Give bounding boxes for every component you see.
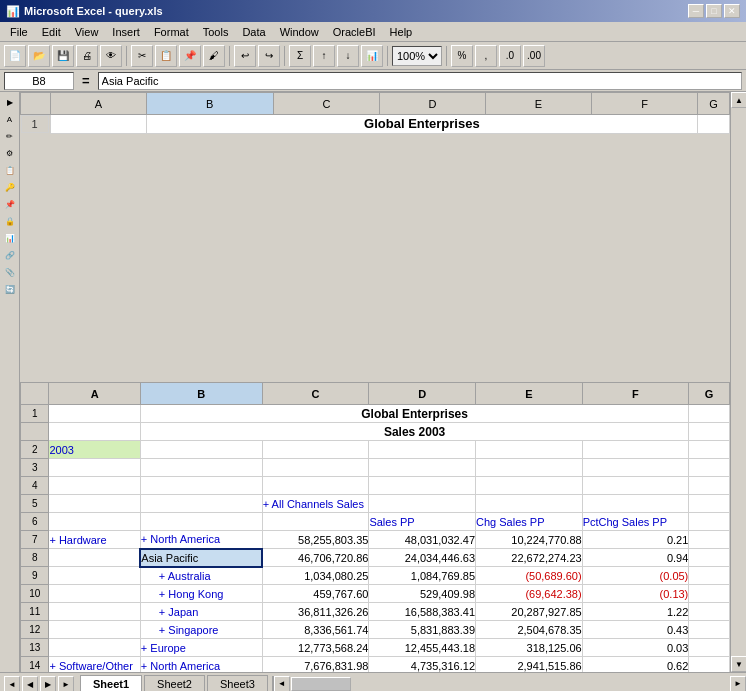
cell-8b-selected[interactable]: Asia Pacific — [140, 549, 262, 567]
scroll-up-button[interactable]: ▲ — [731, 92, 746, 108]
cell-4c[interactable] — [262, 477, 369, 495]
cell-6b[interactable] — [140, 513, 262, 531]
cell-10d[interactable]: 529,409.98 — [369, 585, 476, 603]
cell-14a[interactable]: + Software/Other — [49, 657, 140, 673]
left-btn-11[interactable]: 📎 — [2, 264, 18, 280]
paste-button[interactable]: 📌 — [179, 45, 201, 67]
left-btn-8[interactable]: 🔒 — [2, 213, 18, 229]
cell-7c[interactable]: 58,255,803.35 — [262, 531, 369, 549]
cell-2c[interactable] — [262, 441, 369, 459]
scroll-down-button[interactable]: ▼ — [731, 656, 746, 672]
cell-5f[interactable] — [582, 495, 689, 513]
cell-5b[interactable] — [140, 495, 262, 513]
tab-scroll-next[interactable]: ▶ — [40, 676, 56, 691]
new-button[interactable]: 📄 — [4, 45, 26, 67]
col-header-g[interactable]: G — [698, 93, 730, 115]
cell-1a[interactable] — [49, 405, 140, 423]
tab-scroll-left[interactable]: ◄ — [4, 676, 20, 691]
sort-asc-button[interactable]: ↑ — [313, 45, 335, 67]
cell-7b[interactable]: + North America — [140, 531, 262, 549]
cell-10f[interactable]: (0.13) — [582, 585, 689, 603]
cell-8f[interactable]: 0.94 — [582, 549, 689, 567]
cell-10b[interactable]: + Hong Kong — [140, 585, 262, 603]
scroll-left-button[interactable]: ◄ — [274, 676, 290, 692]
tab-scroll-prev[interactable]: ◀ — [22, 676, 38, 691]
save-button[interactable]: 💾 — [52, 45, 74, 67]
cell-6g[interactable] — [689, 513, 730, 531]
col-b-header[interactable]: B — [140, 383, 262, 405]
cell-3g[interactable] — [689, 459, 730, 477]
left-btn-6[interactable]: 🔑 — [2, 179, 18, 195]
cell-13g[interactable] — [689, 639, 730, 657]
name-box[interactable] — [4, 72, 74, 90]
cell-4a[interactable] — [49, 477, 140, 495]
cell-12d[interactable]: 5,831,883.39 — [369, 621, 476, 639]
cell-13a[interactable] — [49, 639, 140, 657]
col-d-header[interactable]: D — [369, 383, 476, 405]
cell-12c[interactable]: 8,336,561.74 — [262, 621, 369, 639]
left-btn-12[interactable]: 🔄 — [2, 281, 18, 297]
cut-button[interactable]: ✂ — [131, 45, 153, 67]
cell-8g[interactable] — [689, 549, 730, 567]
cell-g1[interactable] — [698, 115, 730, 134]
cell-11a[interactable] — [49, 603, 140, 621]
cell-blank-g[interactable] — [689, 423, 730, 441]
cell-8e[interactable]: 22,672,274.23 — [476, 549, 583, 567]
menu-oraclebi[interactable]: OracleBI — [327, 24, 382, 40]
cell-11g[interactable] — [689, 603, 730, 621]
left-btn-10[interactable]: 🔗 — [2, 247, 18, 263]
cell-9c[interactable]: 1,034,080.25 — [262, 567, 369, 585]
cell-13c[interactable]: 12,773,568.24 — [262, 639, 369, 657]
format-painter-button[interactable]: 🖌 — [203, 45, 225, 67]
left-btn-3[interactable]: ✏ — [2, 128, 18, 144]
cell-9f[interactable]: (0.05) — [582, 567, 689, 585]
cell-12a[interactable] — [49, 621, 140, 639]
cell-12f[interactable]: 0.43 — [582, 621, 689, 639]
horizontal-scrollbar[interactable]: ◄ ► — [272, 676, 746, 692]
maximize-button[interactable]: □ — [706, 4, 722, 18]
col-header-e[interactable]: E — [486, 93, 592, 115]
cell-14g[interactable] — [689, 657, 730, 673]
cell-10e[interactable]: (69,642.38) — [476, 585, 583, 603]
cell-7f[interactable]: 0.21 — [582, 531, 689, 549]
cell-b1[interactable]: Global Enterprises — [146, 115, 697, 134]
cell-12e[interactable]: 2,504,678.35 — [476, 621, 583, 639]
increase-dec-button[interactable]: .0 — [499, 45, 521, 67]
col-header-c[interactable]: C — [273, 93, 379, 115]
window-controls[interactable]: ─ □ ✕ — [688, 4, 740, 18]
left-btn-7[interactable]: 📌 — [2, 196, 18, 212]
cell-5a[interactable] — [49, 495, 140, 513]
cell-5e[interactable] — [476, 495, 583, 513]
left-btn-5[interactable]: 📋 — [2, 162, 18, 178]
cell-10g[interactable] — [689, 585, 730, 603]
cell-4d[interactable] — [369, 477, 476, 495]
cell-9g[interactable] — [689, 567, 730, 585]
cell-3a[interactable] — [49, 459, 140, 477]
cell-2b[interactable] — [140, 441, 262, 459]
cell-9a[interactable] — [49, 567, 140, 585]
minimize-button[interactable]: ─ — [688, 4, 704, 18]
cell-3f[interactable] — [582, 459, 689, 477]
left-btn-4[interactable]: ⚙ — [2, 145, 18, 161]
cell-12g[interactable] — [689, 621, 730, 639]
left-btn-9[interactable]: 📊 — [2, 230, 18, 246]
h-scroll-track[interactable] — [290, 676, 730, 692]
percent-button[interactable]: % — [451, 45, 473, 67]
sheet-tab-3[interactable]: Sheet3 — [207, 675, 268, 691]
cell-7a[interactable]: + Hardware — [49, 531, 140, 549]
cell-9b[interactable]: + Australia — [140, 567, 262, 585]
cell-7e[interactable]: 10,224,770.88 — [476, 531, 583, 549]
cell-4f[interactable] — [582, 477, 689, 495]
cell-2d[interactable] — [369, 441, 476, 459]
cell-7g[interactable] — [689, 531, 730, 549]
col-f-header[interactable]: F — [582, 383, 689, 405]
menu-edit[interactable]: Edit — [36, 24, 67, 40]
comma-button[interactable]: , — [475, 45, 497, 67]
col-header-d[interactable]: D — [379, 93, 485, 115]
cell-a1[interactable] — [51, 115, 146, 134]
left-btn-2[interactable]: A — [2, 111, 18, 127]
cell-blank-a[interactable] — [49, 423, 140, 441]
tab-scroll-right[interactable]: ► — [58, 676, 74, 691]
preview-button[interactable]: 👁 — [100, 45, 122, 67]
sheet-tab-2[interactable]: Sheet2 — [144, 675, 205, 691]
